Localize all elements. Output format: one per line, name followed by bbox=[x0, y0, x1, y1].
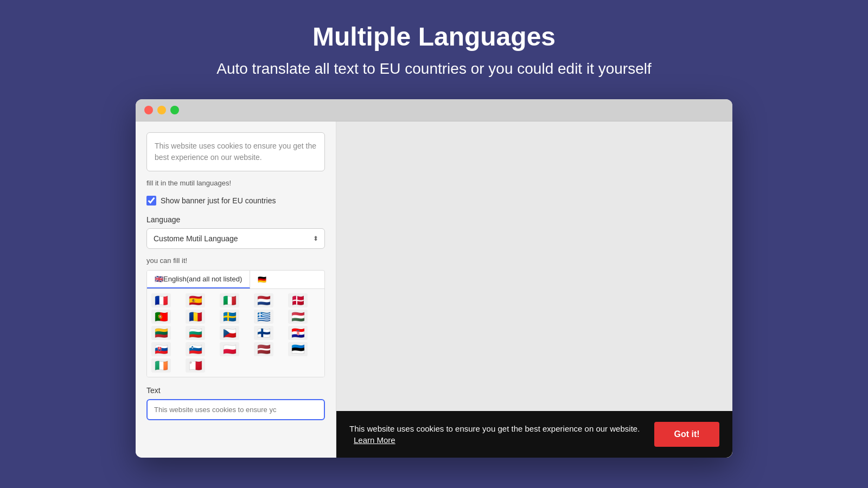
flag-it[interactable]: 🇮🇹 bbox=[220, 293, 239, 307]
right-panel: This website uses cookies to ensure you … bbox=[336, 121, 732, 458]
flag-dk[interactable]: 🇩🇰 bbox=[288, 293, 308, 307]
language-label: Language bbox=[146, 215, 325, 224]
flag-fr[interactable]: 🇫🇷 bbox=[151, 293, 171, 307]
text-input[interactable] bbox=[146, 399, 325, 420]
cookie-banner-message: This website uses cookies to ensure you … bbox=[349, 424, 640, 433]
flag-sk[interactable]: 🇸🇰 bbox=[151, 342, 171, 356]
flag-mt[interactable]: 🇲🇹 bbox=[186, 358, 205, 373]
flag-hu[interactable]: 🇭🇺 bbox=[288, 310, 308, 324]
eu-countries-checkbox-row: Show banner just for EU countries bbox=[146, 196, 325, 206]
browser-content: This website uses cookies to ensure you … bbox=[136, 121, 732, 458]
flag-lt[interactable]: 🇱🇹 bbox=[151, 326, 171, 340]
cookie-text-preview: This website uses cookies to ensure you … bbox=[146, 132, 325, 171]
traffic-light-red[interactable] bbox=[144, 106, 153, 114]
language-select[interactable]: Custome Mutil Language Auto Translate Ma… bbox=[146, 228, 325, 249]
eu-countries-checkbox[interactable] bbox=[146, 196, 156, 206]
flag-si[interactable]: 🇸🇮 bbox=[186, 342, 205, 356]
flag-ee[interactable]: 🇪🇪 bbox=[288, 342, 308, 356]
lang-tab-german[interactable]: 🇩🇪 bbox=[250, 271, 274, 288]
flag-hr[interactable]: 🇭🇷 bbox=[288, 326, 308, 340]
flag-ie[interactable]: 🇮🇪 bbox=[151, 358, 171, 373]
flag-gr[interactable]: 🇬🇷 bbox=[254, 310, 273, 324]
fill-hint-2: you can fill it! bbox=[146, 256, 325, 265]
lang-tab-row: 🇬🇧English(and all not listed) 🇩🇪 bbox=[147, 271, 324, 289]
browser-titlebar bbox=[136, 99, 732, 121]
flag-lv[interactable]: 🇱🇻 bbox=[254, 342, 273, 356]
english-tab-label: 🇬🇧English(and all not listed) bbox=[155, 275, 242, 283]
page-subtitle: Auto translate all text to EU countries … bbox=[216, 60, 652, 78]
left-panel: This website uses cookies to ensure you … bbox=[136, 121, 336, 458]
flag-cz[interactable]: 🇨🇿 bbox=[220, 326, 239, 340]
flag-pt[interactable]: 🇵🇹 bbox=[151, 310, 171, 324]
flag-fi[interactable]: 🇫🇮 bbox=[254, 326, 273, 340]
preview-area: This website uses cookies to ensure you … bbox=[336, 121, 732, 458]
eu-countries-label: Show banner just for EU countries bbox=[161, 196, 276, 205]
got-it-button[interactable]: Got it! bbox=[654, 422, 719, 447]
traffic-light-green[interactable] bbox=[170, 106, 179, 114]
flag-grid: 🇫🇷 🇪🇸 🇮🇹 🇳🇱 🇩🇰 🇵🇹 🇷🇴 🇸🇪 🇬🇷 🇭🇺 🇱🇹 🇧🇬 🇨🇿 🇫… bbox=[147, 289, 324, 377]
flag-pl[interactable]: 🇵🇱 bbox=[220, 342, 239, 356]
language-select-wrapper: Custome Mutil Language Auto Translate Ma… bbox=[146, 228, 325, 249]
browser-window: This website uses cookies to ensure you … bbox=[136, 99, 732, 458]
fill-hint: fill it in the mutil languages! bbox=[146, 179, 325, 187]
learn-more-link[interactable]: Learn More bbox=[354, 435, 395, 445]
flag-bg[interactable]: 🇧🇬 bbox=[186, 326, 205, 340]
cookie-banner-text: This website uses cookies to ensure you … bbox=[349, 423, 646, 446]
traffic-light-yellow[interactable] bbox=[157, 106, 166, 114]
german-tab-label: 🇩🇪 bbox=[258, 275, 266, 284]
cookie-banner: This website uses cookies to ensure you … bbox=[336, 411, 732, 458]
flag-nl[interactable]: 🇳🇱 bbox=[254, 293, 273, 307]
language-tabs-container: 🇬🇧English(and all not listed) 🇩🇪 🇫🇷 🇪🇸 🇮… bbox=[146, 270, 325, 377]
page-title: Multiple Languages bbox=[312, 22, 556, 52]
flag-ro[interactable]: 🇷🇴 bbox=[186, 310, 205, 324]
flag-se[interactable]: 🇸🇪 bbox=[220, 310, 239, 324]
lang-tab-english[interactable]: 🇬🇧English(and all not listed) bbox=[147, 271, 250, 288]
flag-es[interactable]: 🇪🇸 bbox=[186, 293, 205, 307]
text-label: Text bbox=[146, 386, 325, 395]
